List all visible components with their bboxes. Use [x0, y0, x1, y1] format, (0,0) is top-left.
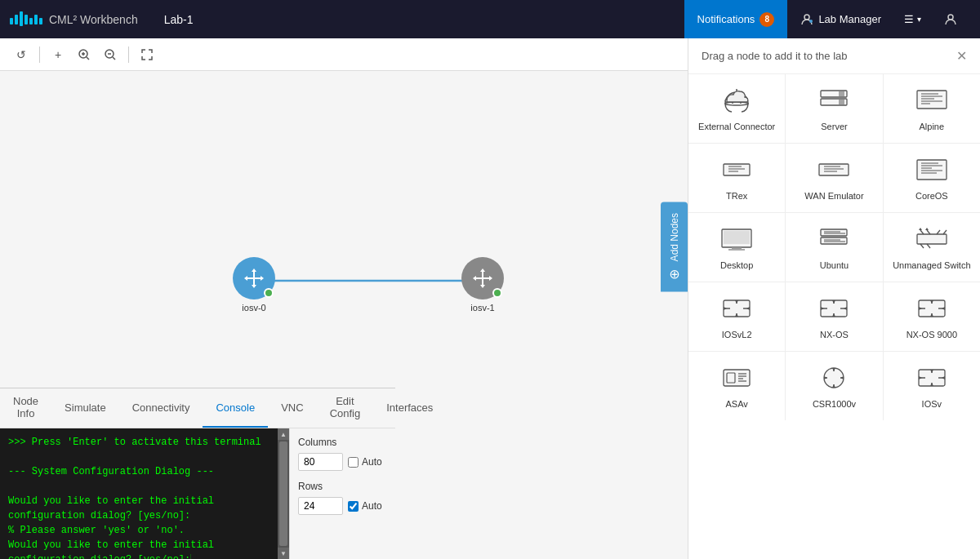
add-node-toolbar-button[interactable]: +	[47, 43, 69, 66]
scroll-up[interactable]: ▲	[278, 428, 289, 440]
add-nodes-tab[interactable]: ⊕ Add Nodes	[661, 202, 688, 291]
console-terminal[interactable]: >>> Press 'Enter' to activate this termi…	[0, 428, 278, 559]
tab-edit-config[interactable]: Edit Config	[317, 388, 374, 428]
main-layout: ↺ +	[0, 38, 980, 559]
nxos-icon	[814, 294, 853, 323]
svg-rect-6	[39, 18, 42, 24]
tab-vnc[interactable]: VNC	[268, 388, 316, 428]
zoom-out-button[interactable]	[99, 43, 122, 66]
svg-rect-110	[724, 370, 750, 386]
columns-input[interactable]	[298, 453, 343, 471]
ubuntu-icon	[814, 224, 853, 254]
columns-auto-checkbox[interactable]	[348, 457, 359, 468]
notification-badge: 8	[760, 12, 774, 27]
header-actions: Notifications 8 Lab Manager ☰ ▾	[684, 0, 970, 38]
console-line-6: % Please answer 'yes' or 'no'.	[8, 523, 270, 538]
app-header: CML² Workbench Lab-1 Notifications 8 Lab…	[0, 0, 980, 38]
csr1000v-label: CSR1000v	[813, 399, 856, 409]
ubuntu-label: Ubuntu	[820, 260, 849, 270]
node-status-iosv-1	[492, 288, 502, 298]
library-item-unmanaged-switch[interactable]: Unmanaged Switch	[884, 213, 980, 282]
expand-button[interactable]	[136, 43, 158, 66]
library-item-ubuntu[interactable]: Ubuntu	[786, 213, 882, 282]
desktop-label: Desktop	[720, 260, 753, 270]
menu-chevron: ▾	[917, 15, 921, 24]
console-line-3: --- System Configuration Dialog ---	[8, 464, 270, 479]
console-line-7: Would you like to enter the initial conf…	[8, 538, 270, 559]
notifications-label: Notifications	[697, 13, 755, 25]
svg-rect-74	[917, 234, 947, 244]
library-item-nxos-9000[interactable]: NX-OS 9000	[884, 282, 980, 351]
scroll-track[interactable]	[279, 441, 287, 546]
library-item-trex[interactable]: TRex	[688, 144, 785, 212]
trex-icon	[717, 155, 756, 184]
library-item-external-connector[interactable]: External Connector	[688, 74, 785, 143]
node-iosv-0[interactable]: iosv-0	[233, 257, 275, 313]
coreos-icon	[912, 155, 951, 184]
notifications-button[interactable]: Notifications 8	[684, 0, 788, 38]
svg-rect-5	[34, 15, 38, 24]
svg-marker-29	[473, 276, 476, 281]
svg-rect-50	[724, 164, 750, 175]
rows-auto-row: Auto	[348, 500, 382, 512]
library-item-asav[interactable]: ASAv	[688, 352, 785, 420]
library-close-button[interactable]: ✕	[956, 48, 967, 64]
svg-rect-69	[821, 237, 847, 244]
svg-line-76	[927, 230, 930, 234]
bottom-panel: Node Info Simulate Connectivity Console …	[0, 388, 395, 559]
canvas-toolbar: ↺ +	[0, 38, 688, 71]
scroll-down[interactable]: ▼	[278, 548, 289, 559]
console-scrollbar[interactable]: ▲ ▼	[278, 428, 289, 559]
library-item-iosvl2[interactable]: IOSvL2	[688, 282, 785, 351]
expand-icon	[141, 49, 153, 60]
add-nodes-label: Add Nodes	[669, 213, 680, 261]
library-item-desktop[interactable]: Desktop	[688, 213, 785, 282]
tab-console[interactable]: Console	[203, 388, 268, 428]
library-item-iosv[interactable]: IOSv	[884, 352, 980, 420]
server-label: Server	[821, 122, 847, 131]
console-settings: Columns Auto Rows Auto	[289, 428, 395, 559]
csr1000v-icon	[814, 363, 853, 393]
tab-simulate[interactable]: Simulate	[51, 388, 119, 428]
lab-manager-button[interactable]: Lab Manager	[787, 0, 894, 38]
svg-marker-32	[480, 285, 485, 288]
library-item-server[interactable]: Server	[786, 74, 882, 143]
tab-node-info[interactable]: Node Info	[0, 388, 51, 428]
svg-line-16	[113, 57, 115, 60]
library-item-alpine[interactable]: Alpine	[884, 74, 980, 143]
user-icon	[944, 13, 957, 26]
node-circle-iosv-0	[233, 257, 275, 299]
rows-input[interactable]	[298, 497, 343, 515]
svg-rect-4	[29, 18, 33, 24]
node-library: Drag a node to add it to the lab ✕	[688, 38, 980, 559]
svg-rect-67	[728, 249, 745, 251]
nxos-9000-label: NX-OS 9000	[906, 330, 957, 339]
library-item-nxos[interactable]: NX-OS	[786, 282, 882, 351]
lab-manager-label: Lab Manager	[818, 13, 881, 25]
console-line-5: Would you like to enter the initial conf…	[8, 494, 270, 523]
tab-interfaces[interactable]: Interfaces	[373, 388, 446, 428]
rows-auto-label: Auto	[362, 500, 382, 512]
node-label-iosv-1: iosv-1	[470, 303, 494, 313]
tab-connectivity[interactable]: Connectivity	[119, 388, 203, 428]
svg-point-9	[948, 15, 953, 20]
user-button[interactable]	[931, 0, 970, 38]
node-iosv-1[interactable]: iosv-1	[461, 257, 504, 313]
zoom-in-button[interactable]	[73, 43, 96, 66]
iosv-icon	[912, 363, 951, 393]
menu-button[interactable]: ☰ ▾	[894, 0, 931, 38]
library-item-coreos[interactable]: CoreOS	[884, 144, 980, 212]
library-item-csr1000v[interactable]: CSR1000v	[786, 352, 882, 420]
svg-line-13	[87, 57, 89, 60]
rows-row: Auto	[298, 497, 387, 515]
trex-label: TRex	[726, 191, 747, 201]
library-item-wan-emulator[interactable]: WAN Emulator	[786, 144, 882, 212]
canvas-area: ↺ +	[0, 38, 688, 559]
svg-rect-44	[917, 91, 947, 109]
lab-name: Lab-1	[164, 13, 194, 26]
add-icon: ⊕	[666, 269, 682, 280]
rows-auto-checkbox[interactable]	[348, 501, 359, 512]
svg-line-78	[943, 230, 947, 234]
reset-button[interactable]: ↺	[10, 43, 33, 66]
server-icon	[814, 86, 853, 115]
